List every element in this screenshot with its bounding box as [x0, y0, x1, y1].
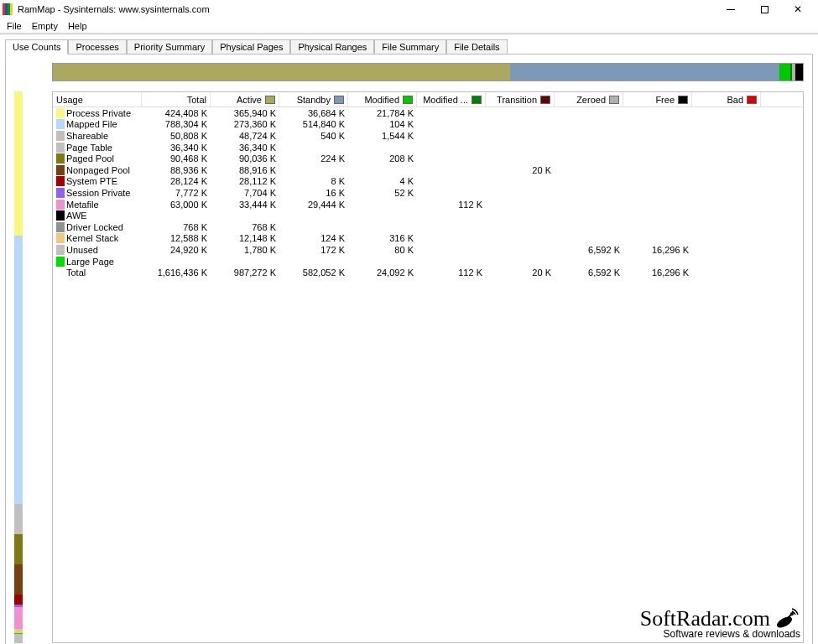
table-row[interactable]: Metafile63,000 K33,444 K29,444 K112 K: [53, 199, 803, 210]
menu-empty[interactable]: Empty: [27, 20, 63, 32]
column-header[interactable]: Modified ...: [417, 92, 486, 106]
table-row[interactable]: Session Private7,772 K7,704 K16 K52 K: [53, 187, 803, 199]
window-title: RamMap - Sysinternals: www.sysinternals.…: [18, 4, 210, 14]
column-header[interactable]: Total: [142, 92, 211, 106]
column-header[interactable]: Free: [623, 92, 692, 106]
table-header: UsageTotalActiveStandbyModifiedModified …: [53, 92, 803, 107]
tab-strip: Use CountsProcessesPriority SummaryPhysi…: [5, 39, 818, 54]
table-row[interactable]: Driver Locked768 K768 K: [53, 221, 803, 233]
table-row[interactable]: Process Private424,408 K365,940 K36,684 …: [53, 107, 803, 119]
close-button[interactable]: ✕: [781, 1, 815, 18]
tab-priority-summary[interactable]: Priority Summary: [127, 39, 212, 55]
table-row[interactable]: Kernel Stack12,588 K12,148 K124 K316 K: [53, 233, 803, 245]
table-row[interactable]: Mapped File788,304 K273,360 K514,840 K10…: [53, 119, 803, 131]
tab-processes[interactable]: Processes: [68, 39, 126, 55]
usage-table: UsageTotalActiveStandbyModifiedModified …: [52, 91, 804, 643]
column-header[interactable]: Bad: [692, 92, 761, 106]
horizontal-usage-bar: [52, 63, 804, 81]
content-panel: UsageTotalActiveStandbyModifiedModified …: [5, 54, 813, 644]
tab-physical-pages[interactable]: Physical Pages: [212, 39, 290, 55]
column-header[interactable]: Transition: [486, 92, 555, 106]
tab-physical-ranges[interactable]: Physical Ranges: [290, 39, 374, 55]
menu-help[interactable]: Help: [63, 20, 92, 32]
minimize-button[interactable]: [714, 1, 748, 18]
table-row[interactable]: Paged Pool90,468 K90,036 K224 K208 K: [53, 153, 803, 164]
vertical-usage-bar: [14, 91, 23, 643]
table-row[interactable]: AWE: [53, 210, 803, 221]
column-header[interactable]: Active: [211, 92, 279, 106]
menu-file[interactable]: File: [2, 20, 27, 32]
table-row[interactable]: Total1,616,436 K987,272 K582,052 K24,092…: [53, 267, 803, 278]
table-row[interactable]: Unused24,920 K1,780 K172 K80 K6,592 K16,…: [53, 244, 803, 256]
column-header[interactable]: Modified: [348, 92, 417, 106]
menu-bar: FileEmptyHelp: [0, 18, 818, 34]
tab-file-summary[interactable]: File Summary: [374, 39, 446, 55]
table-row[interactable]: Large Page: [53, 256, 803, 267]
column-header[interactable]: Standby: [279, 92, 348, 106]
table-row[interactable]: System PTE28,124 K28,112 K8 K4 K: [53, 176, 803, 188]
table-row[interactable]: Shareable50,808 K48,724 K540 K1,544 K: [53, 130, 803, 142]
maximize-button[interactable]: [748, 1, 781, 18]
title-bar: RamMap - Sysinternals: www.sysinternals.…: [0, 0, 818, 18]
app-icon: [3, 3, 14, 15]
tab-file-details[interactable]: File Details: [446, 39, 507, 55]
table-row[interactable]: Page Table36,340 K36,340 K: [53, 142, 803, 153]
column-header[interactable]: Zeroed: [555, 92, 623, 106]
table-row[interactable]: Nonpaged Pool88,936 K88,916 K20 K: [53, 164, 803, 176]
column-header[interactable]: Usage: [53, 92, 142, 106]
tab-use-counts[interactable]: Use Counts: [5, 39, 68, 55]
table-body: Process Private424,408 K365,940 K36,684 …: [53, 107, 803, 278]
